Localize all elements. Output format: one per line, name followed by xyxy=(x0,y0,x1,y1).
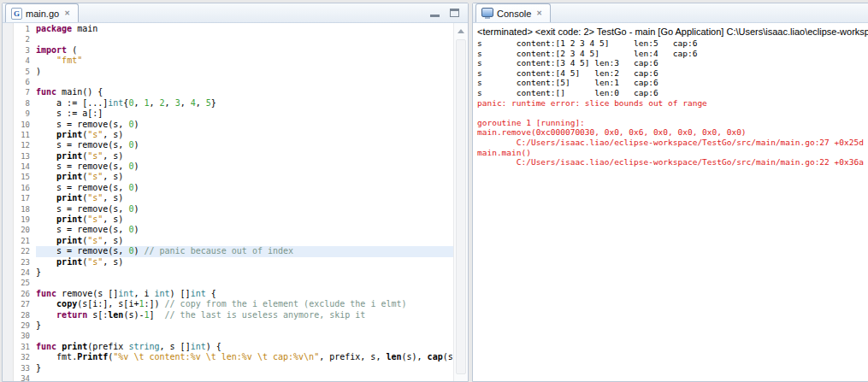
maximize-icon[interactable] xyxy=(450,9,459,17)
editor-code-area[interactable]: 1package main23import (4 "fmt"5)67func m… xyxy=(14,23,453,381)
line-number: 28 xyxy=(14,310,36,320)
console-line: s content:[5] len:1 cap:6 xyxy=(477,78,868,88)
line-number: 25 xyxy=(14,278,36,288)
line-number: 1 xyxy=(14,24,36,34)
line-number: 21 xyxy=(14,236,36,246)
editor-window-buttons xyxy=(430,9,459,17)
annotation-ruler xyxy=(3,23,14,381)
line-number: 23 xyxy=(14,257,36,267)
line-number: 16 xyxy=(14,183,36,193)
code-line[interactable]: 20 s = remove(s, 0) xyxy=(14,225,453,235)
editor-tab-main-go[interactable]: G main.go ✕ xyxy=(5,3,79,22)
code-line[interactable]: 28 return s[:len(s)-1] // the last is us… xyxy=(14,310,453,320)
close-icon[interactable]: ✕ xyxy=(62,9,72,18)
line-number: 10 xyxy=(14,120,36,130)
close-icon[interactable]: ✕ xyxy=(534,9,544,18)
eclipse-workbench: { "colors": { "tokens": { "p":"#000000",… xyxy=(0,0,868,382)
line-number: 3 xyxy=(14,45,36,56)
scrollbar-thumb[interactable] xyxy=(456,39,466,374)
code-line[interactable]: 6 xyxy=(14,77,453,87)
line-number: 22 xyxy=(14,246,36,256)
line-number: 29 xyxy=(14,320,36,331)
code-line[interactable]: 16 s = remove(s, 0) xyxy=(14,183,453,193)
editor-pane: G main.go ✕ 1package main23import (4 "fm… xyxy=(2,3,469,382)
code-line[interactable]: 19 print("s", s) xyxy=(14,215,453,225)
scroll-up-icon[interactable] xyxy=(458,29,464,33)
console-tab[interactable]: Console ✕ xyxy=(475,3,551,22)
line-number: 32 xyxy=(14,352,36,362)
code-line[interactable]: 1package main xyxy=(14,24,453,34)
code-line[interactable]: 2 xyxy=(14,34,453,44)
code-line[interactable]: 10 s = remove(s, 0) xyxy=(14,120,453,130)
line-number: 2 xyxy=(14,34,36,44)
code-line[interactable]: 8 a := [...]int{0, 1, 2, 3, 4, 5} xyxy=(14,98,453,109)
line-number: 12 xyxy=(14,140,36,150)
code-line[interactable]: 5) xyxy=(14,67,453,77)
code-line[interactable]: 21 print("s", s) xyxy=(14,236,453,246)
console-line: main.remove(0xc000070030, 0x0, 0x6, 0x0,… xyxy=(477,127,868,138)
code-line[interactable]: 9 s := a[:] xyxy=(14,109,453,119)
editor-tabbar: G main.go ✕ xyxy=(3,3,468,23)
console-body: <terminated> <exit code: 2> TestGo - mai… xyxy=(473,23,868,381)
console-output: s content:[1 2 3 4 5] len:5 cap:6s conte… xyxy=(477,38,868,167)
code-line[interactable]: 30 xyxy=(14,331,453,341)
line-number: 24 xyxy=(14,267,36,278)
line-number: 17 xyxy=(14,193,36,203)
console-line: s content:[3 4 5] len:3 cap:6 xyxy=(477,58,868,68)
code-line[interactable]: 18 s = remove(s, 0) xyxy=(14,204,453,215)
line-number: 13 xyxy=(14,151,36,162)
console-process-header: <terminated> <exit code: 2> TestGo - mai… xyxy=(477,26,868,38)
line-number: 5 xyxy=(14,67,36,77)
console-line: main.main() xyxy=(477,148,868,158)
line-number: 30 xyxy=(14,331,36,341)
line-number: 26 xyxy=(14,289,36,299)
line-number: 34 xyxy=(14,373,36,381)
go-file-icon: G xyxy=(11,8,22,20)
minimize-icon[interactable] xyxy=(430,9,440,17)
code-line[interactable]: 13 print("s", s) xyxy=(14,151,453,162)
code-line[interactable]: 34 xyxy=(14,373,453,381)
line-number: 19 xyxy=(14,215,36,225)
console-line: s content:[4 5] len:2 cap:6 xyxy=(477,68,868,79)
line-number: 4 xyxy=(14,56,36,66)
line-number: 27 xyxy=(14,299,36,309)
console-line: s content:[1 2 3 4 5] len:5 cap:6 xyxy=(477,38,868,49)
console-line: s content:[] len:0 cap:6 xyxy=(477,88,868,98)
line-number: 11 xyxy=(14,130,36,140)
code-line[interactable]: 27 copy(s[i:], s[i+1:]) // copy from the… xyxy=(14,299,453,309)
editor-scrollbar[interactable] xyxy=(453,23,468,381)
code-line[interactable]: 11 print("s", s) xyxy=(14,130,453,140)
code-line[interactable]: 33} xyxy=(14,363,453,373)
code-line[interactable]: 3import ( xyxy=(14,45,453,56)
code-line[interactable]: 29} xyxy=(14,320,453,331)
code-line[interactable]: 31func print(prefix string, s []int) { xyxy=(14,342,453,352)
code-line[interactable]: 7func main() { xyxy=(14,87,453,97)
editor-tab-label: main.go xyxy=(26,9,59,19)
line-number: 14 xyxy=(14,162,36,172)
code-line[interactable]: 26func remove(s []int, i int) []int { xyxy=(14,289,453,299)
line-number: 7 xyxy=(14,87,36,97)
line-number: 8 xyxy=(14,98,36,109)
console-tabbar: Console ✕ xyxy=(473,3,868,23)
line-number: 6 xyxy=(14,77,36,87)
console-line xyxy=(477,108,868,118)
code-line[interactable]: 15 print("s", s) xyxy=(14,172,453,182)
code-line[interactable]: 32 fmt.Printf("%v \t content:%v \t len:%… xyxy=(14,352,453,362)
code-line[interactable]: 22 s = remove(s, 0) // panic because out… xyxy=(14,246,453,256)
code-line[interactable]: 14 s = remove(s, 0) xyxy=(14,162,453,172)
code-line[interactable]: 4 "fmt" xyxy=(14,56,453,66)
console-line: panic: runtime error: slice bounds out o… xyxy=(477,98,868,109)
console-line: s content:[2 3 4 5] len:4 cap:6 xyxy=(477,49,868,59)
code-line[interactable]: 24} xyxy=(14,267,453,278)
console-pane: Console ✕ <terminated> <exit code: 2> Te… xyxy=(472,3,868,382)
console-line: goroutine 1 [running]: xyxy=(477,118,868,128)
code-line[interactable]: 25 xyxy=(14,278,453,288)
console-icon xyxy=(481,8,493,17)
line-number: 20 xyxy=(14,225,36,235)
code-line[interactable]: 12 s = remove(s, 0) xyxy=(14,140,453,150)
line-number: 18 xyxy=(14,204,36,215)
line-number: 31 xyxy=(14,342,36,352)
editor-body: 1package main23import (4 "fmt"5)67func m… xyxy=(3,23,468,381)
code-line[interactable]: 17 print("s", s) xyxy=(14,193,453,203)
code-line[interactable]: 23 print("s", s) xyxy=(14,257,453,267)
